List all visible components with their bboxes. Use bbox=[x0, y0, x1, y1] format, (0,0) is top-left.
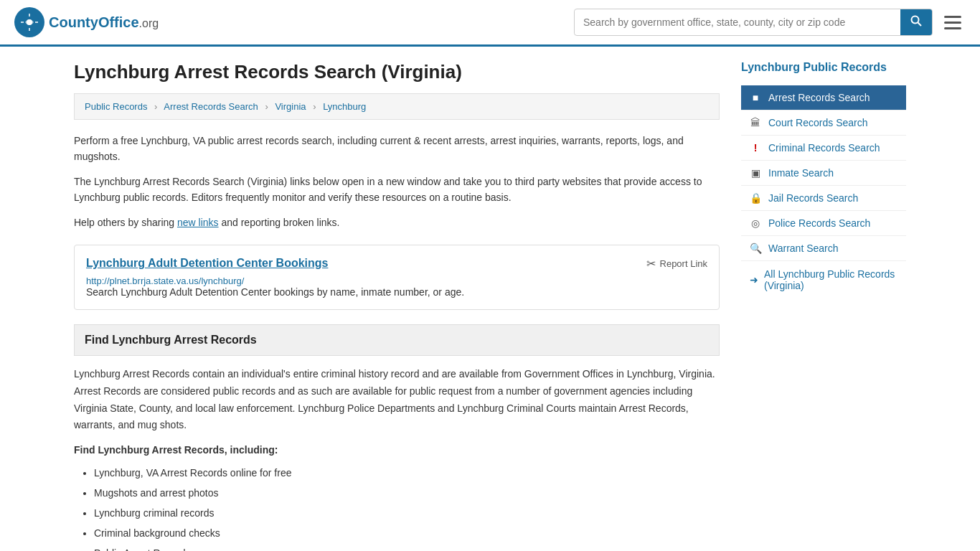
sidebar-item-police-records[interactable]: ◎ Police Records Search bbox=[741, 211, 906, 236]
search-bar bbox=[574, 9, 933, 36]
report-link-button[interactable]: ✂ Report Link bbox=[646, 257, 707, 270]
new-links-link[interactable]: new links bbox=[177, 217, 219, 228]
logo-area[interactable]: CountyOffice.org bbox=[14, 7, 159, 37]
svg-point-2 bbox=[912, 17, 919, 24]
link-card-title[interactable]: Lynchburg Adult Detention Center Booking… bbox=[86, 257, 328, 270]
link-card-detention: Lynchburg Adult Detention Center Booking… bbox=[74, 245, 720, 310]
find-section-subhead: Find Lynchburg Arrest Records, including… bbox=[74, 444, 720, 456]
menu-line bbox=[944, 22, 961, 24]
arrow-right-icon: ➜ bbox=[750, 274, 758, 286]
link-card-url[interactable]: http://plnet.brrja.state.va.us/lynchburg… bbox=[86, 275, 707, 286]
menu-line bbox=[944, 27, 961, 29]
sidebar-item-court-records[interactable]: 🏛 Court Records Search bbox=[741, 110, 906, 136]
help-text: Help others by sharing new links and rep… bbox=[74, 215, 720, 230]
link-card-description: Search Lynchburg Adult Detention Center … bbox=[86, 286, 707, 298]
find-section-list: Lynchburg, VA Arrest Records online for … bbox=[94, 463, 720, 551]
hamburger-menu-button[interactable] bbox=[940, 11, 966, 34]
svg-point-1 bbox=[27, 19, 32, 25]
search-input[interactable] bbox=[575, 11, 900, 34]
sidebar-item-arrest-records[interactable]: ■ Arrest Records Search bbox=[741, 85, 906, 110]
all-records-text[interactable]: All Lynchburg Public Records (Virginia) bbox=[764, 268, 897, 291]
search-button[interactable] bbox=[900, 9, 932, 35]
page-title: Lynchburg Arrest Records Search (Virgini… bbox=[74, 61, 720, 83]
breadcrumb: Public Records › Arrest Records Search ›… bbox=[74, 93, 720, 120]
list-item: Lynchburg, VA Arrest Records online for … bbox=[94, 463, 720, 483]
sidebar-item-criminal-records[interactable]: ! Criminal Records Search bbox=[741, 136, 906, 161]
sidebar-item-warrant-search[interactable]: 🔍 Warrant Search bbox=[741, 236, 906, 261]
criminal-records-icon: ! bbox=[750, 142, 761, 154]
link-card-header: Lynchburg Adult Detention Center Booking… bbox=[86, 257, 707, 270]
breadcrumb-virginia[interactable]: Virginia bbox=[275, 101, 306, 112]
find-section-paragraph: Lynchburg Arrest Records contain an indi… bbox=[74, 366, 720, 434]
site-header: CountyOffice.org bbox=[0, 0, 980, 47]
intro-paragraph-1: Perform a free Lynchburg, VA public arre… bbox=[74, 133, 720, 165]
svg-line-3 bbox=[918, 23, 922, 27]
sidebar-item-inmate-search[interactable]: ▣ Inmate Search bbox=[741, 161, 906, 186]
list-item: Public Arrest Records bbox=[94, 543, 720, 551]
court-records-icon: 🏛 bbox=[750, 117, 761, 128]
header-right bbox=[574, 9, 966, 36]
arrest-records-icon: ■ bbox=[750, 92, 761, 103]
main-container: Lynchburg Arrest Records Search (Virgini… bbox=[60, 47, 920, 551]
inmate-search-icon: ▣ bbox=[750, 167, 761, 179]
breadcrumb-lynchburg[interactable]: Lynchburg bbox=[323, 101, 366, 112]
find-section-header: Find Lynchburg Arrest Records bbox=[74, 324, 720, 356]
list-item: Lynchburg criminal records bbox=[94, 503, 720, 523]
menu-line bbox=[944, 16, 961, 18]
content-area: Lynchburg Arrest Records Search (Virgini… bbox=[74, 61, 720, 551]
sidebar: Lynchburg Public Records ■ Arrest Record… bbox=[741, 61, 906, 551]
jail-records-icon: 🔒 bbox=[750, 192, 761, 204]
breadcrumb-public-records[interactable]: Public Records bbox=[85, 101, 147, 112]
logo-text: CountyOffice.org bbox=[49, 14, 159, 31]
report-icon: ✂ bbox=[646, 257, 656, 270]
sidebar-item-jail-records[interactable]: 🔒 Jail Records Search bbox=[741, 186, 906, 211]
warrant-search-icon: 🔍 bbox=[750, 242, 761, 254]
police-records-icon: ◎ bbox=[750, 217, 761, 229]
breadcrumb-arrest-records[interactable]: Arrest Records Search bbox=[164, 101, 258, 112]
intro-paragraph-2: The Lynchburg Arrest Records Search (Vir… bbox=[74, 174, 720, 206]
list-item: Mugshots and arrest photos bbox=[94, 483, 720, 503]
list-item: Criminal background checks bbox=[94, 523, 720, 543]
sidebar-title: Lynchburg Public Records bbox=[741, 61, 906, 78]
logo-icon bbox=[14, 7, 44, 37]
sidebar-all-records-link[interactable]: ➜ All Lynchburg Public Records (Virginia… bbox=[741, 261, 906, 298]
